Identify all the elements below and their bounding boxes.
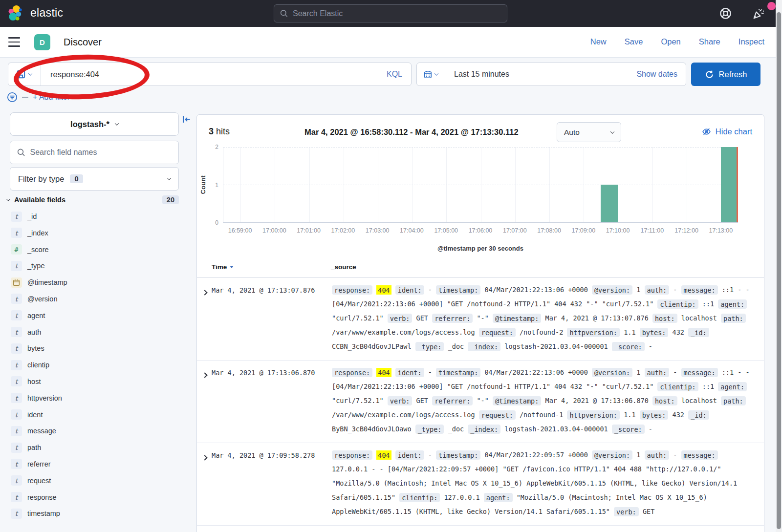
field-name-badge: message: (681, 450, 718, 460)
field-item-response[interactable]: tresponse (11, 492, 190, 503)
expand-row-icon[interactable] (203, 453, 207, 462)
field-label: httpversion (27, 394, 62, 402)
x-tick-label: 17:10:00 (606, 227, 630, 234)
field-item-@version[interactable]: t@version (11, 294, 190, 304)
show-dates-button[interactable]: Show dates (636, 70, 686, 79)
chevron-down-icon (115, 121, 119, 125)
field-label: request (27, 477, 51, 485)
field-value: - (673, 286, 677, 294)
chart-xticks: 16:59:0017:00:0017:01:0017:02:0017:03:00… (223, 227, 738, 235)
field-name-badge: request: (479, 328, 516, 337)
field-item-bytes[interactable]: tbytes (11, 343, 190, 354)
calendar-icon (424, 70, 432, 79)
available-fields-header[interactable]: Available fields 20 (7, 195, 179, 204)
field-value: "curl/7.52.1" (332, 314, 384, 322)
field-item-clientip[interactable]: tclientip (11, 360, 190, 370)
filter-divider (22, 97, 28, 98)
expand-row-icon[interactable] (203, 288, 207, 297)
index-pattern-switcher[interactable]: logstash-* (10, 112, 179, 136)
field-search[interactable] (10, 141, 179, 164)
field-type-text-icon: t (11, 228, 22, 238)
field-item-path[interactable]: tpath (11, 442, 190, 453)
filter-icon[interactable] (7, 92, 18, 103)
time-range-value[interactable]: Last 15 minutes (445, 70, 636, 79)
field-value: _doc (448, 425, 464, 433)
query-input[interactable] (41, 70, 378, 79)
field-name-badge: _type: (415, 425, 444, 434)
x-tick-label: 17:12:00 (674, 227, 698, 234)
field-type-text-icon: t (11, 475, 22, 486)
interval-select[interactable]: Auto (557, 122, 621, 142)
field-label: agent (27, 312, 45, 319)
field-name-badge: host: (652, 314, 677, 323)
field-name-badge: _index: (468, 425, 500, 434)
saved-query-menu-button[interactable] (8, 63, 41, 85)
chevron-down-icon (6, 197, 10, 201)
field-type-text-icon: t (11, 509, 22, 519)
x-tick-label: 17:08:00 (537, 227, 561, 234)
field-value: logstash-2021.03.04-000001 (504, 425, 608, 433)
query-language-button[interactable]: KQL (378, 70, 411, 79)
filter-by-type-dropdown[interactable]: Filter by type 0 (10, 167, 179, 191)
chevron-down-icon (28, 71, 32, 75)
field-name-badge: host: (652, 396, 677, 405)
field-name-badge: _id: (688, 410, 709, 420)
highlighted-value: 404 (376, 368, 391, 377)
field-value: ::1 (702, 383, 714, 390)
global-search[interactable] (274, 4, 507, 22)
expand-row-icon[interactable] (203, 370, 207, 379)
field-value: - (428, 368, 432, 376)
field-item-ident[interactable]: tident (11, 409, 190, 420)
field-item-host[interactable]: thost (11, 376, 190, 387)
field-value: 1 (636, 451, 640, 459)
field-label: bytes (27, 344, 44, 352)
field-value: /var/www/example.com/logs/access.log (332, 328, 475, 336)
field-type-text-icon: t (11, 327, 22, 337)
refresh-button[interactable]: Refresh (691, 63, 760, 86)
field-item-httpversion[interactable]: thttpversion (11, 393, 190, 404)
field-item-timestamp[interactable]: ttimestamp (11, 508, 190, 519)
scrollbar-track[interactable] (776, 0, 782, 532)
field-item-_score[interactable]: #_score (11, 244, 190, 255)
hits-label: hits (216, 127, 230, 136)
field-item-_index[interactable]: t_index (11, 228, 190, 238)
field-type-text-icon: t (11, 492, 22, 502)
field-item-auth[interactable]: tauth (11, 327, 190, 338)
nav-link-save[interactable]: Save (625, 37, 643, 46)
field-item-@timestamp[interactable]: @timestamp (11, 277, 190, 288)
field-item-message[interactable]: tmessage (11, 426, 190, 436)
field-item-agent[interactable]: tagent (11, 310, 190, 321)
add-filter-button[interactable]: + Add filter (33, 93, 70, 102)
filter-bar: + Add filter (7, 91, 70, 104)
field-search-input[interactable] (30, 148, 172, 157)
hide-chart-button[interactable]: Hide chart (702, 127, 752, 136)
nav-link-new[interactable]: New (590, 37, 607, 46)
field-label: ident (27, 411, 43, 419)
field-item-referrer[interactable]: treferrer (11, 459, 190, 469)
nav-link-share[interactable]: Share (699, 37, 720, 46)
nav-link-inspect[interactable]: Inspect (739, 37, 764, 46)
field-label: _id (27, 213, 37, 220)
nav-link-open[interactable]: Open (661, 37, 680, 46)
histogram-bar[interactable] (721, 147, 738, 222)
field-item-request[interactable]: trequest (11, 475, 190, 486)
field-name-badge: message: (681, 285, 718, 295)
histogram-bar[interactable] (601, 185, 618, 222)
x-tick-label: 17:03:00 (366, 227, 390, 234)
column-header-time[interactable]: Time (212, 263, 234, 271)
menu-icon[interactable] (8, 37, 20, 47)
field-item-_type[interactable]: t_type (11, 260, 190, 271)
elastic-logo[interactable]: elastic (7, 4, 63, 22)
global-search-input[interactable] (293, 9, 501, 18)
help-icon[interactable] (719, 7, 732, 20)
discover-app-badge[interactable]: D (34, 34, 50, 50)
field-label: response (27, 493, 57, 501)
x-tick-label: 16:59:00 (228, 227, 252, 234)
collapse-sidebar-button[interactable] (182, 115, 191, 124)
field-type-text-icon: t (11, 376, 22, 386)
newsfeed-icon[interactable] (752, 7, 765, 21)
scrollbar-thumb[interactable] (777, 12, 781, 529)
chart-x-axis-title: @timestamp per 30 seconds (223, 245, 738, 252)
field-item-_id[interactable]: t_id (11, 211, 190, 222)
quick-select-menu-button[interactable] (417, 63, 445, 85)
